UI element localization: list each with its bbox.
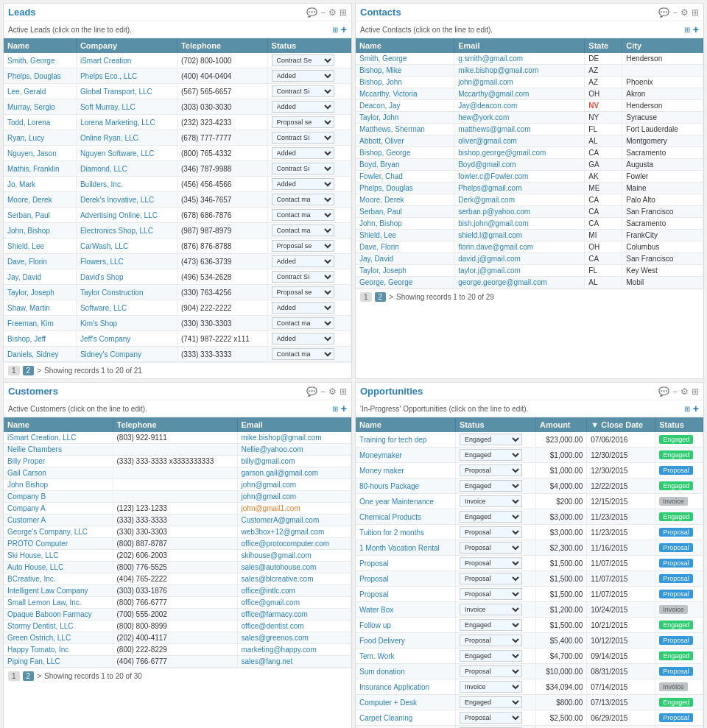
comment-icon[interactable]: 💬 — [306, 386, 317, 397]
opp-name[interactable]: Water Box — [356, 602, 455, 618]
customer-name[interactable]: Stormy Dentist, LLC — [4, 621, 113, 632]
add-customer-icon[interactable]: + — [341, 403, 347, 414]
comment-icon[interactable]: 💬 — [658, 7, 669, 18]
opp-status-select-cell[interactable]: Engaged — [455, 432, 535, 448]
customer-name[interactable]: Happy Tomato, Inc — [4, 644, 113, 656]
lead-name[interactable]: Nguyen, Jason — [4, 146, 76, 161]
table-row[interactable]: Sum donation Proposal $10,000.00 08/31/2… — [356, 664, 703, 679]
table-row[interactable]: Tem. Work Engaged $4,700.00 09/14/2015 E… — [356, 649, 703, 664]
opp-status-select-cell[interactable]: Invoice — [455, 494, 535, 509]
customers-page-1[interactable]: 1 — [8, 671, 20, 681]
opp-name[interactable]: Food Delivery — [356, 633, 455, 649]
comment-icon[interactable]: 💬 — [306, 7, 317, 18]
lead-name[interactable]: Bishop, Jeff — [4, 331, 76, 347]
lead-company[interactable]: Nguyen Software, LLC — [76, 146, 177, 161]
contacts-next-icon[interactable]: > — [389, 293, 393, 301]
customer-email[interactable]: office@intlc.com — [237, 585, 351, 597]
table-row[interactable]: Serban, Paul serban.p@yahoo.com CA San F… — [356, 206, 703, 218]
lead-company[interactable]: Global Transport, LLC — [76, 84, 177, 99]
table-row[interactable]: Fowler, Chad fowler.c@Fowler.com AK Fowl… — [356, 171, 703, 183]
customers-page-2[interactable]: 2 — [23, 671, 35, 681]
opp-status-select-cell[interactable]: Engaged — [455, 726, 535, 729]
opp-name[interactable]: Proposal — [356, 556, 455, 571]
opp-status-select-cell[interactable]: Proposal — [455, 664, 535, 679]
lead-status[interactable]: Proposal se — [267, 115, 351, 130]
leads-page-1[interactable]: 1 — [8, 366, 20, 375]
customer-name[interactable]: Company B — [4, 491, 113, 503]
lead-status-select[interactable]: Contact ma — [272, 209, 334, 221]
table-row[interactable]: Insurance Application Invoice $34,094.00… — [356, 679, 703, 695]
table-row[interactable]: Bishop, George bishop.george@gmail.com C… — [356, 147, 703, 159]
table-row[interactable]: One year Maintenance Invoice $200.00 12/… — [356, 494, 703, 509]
opp-status-select[interactable]: Engaged — [460, 480, 522, 492]
contact-email[interactable]: serban.p@yahoo.com — [454, 206, 585, 218]
lead-name[interactable]: Taylor, Joseph — [4, 285, 76, 300]
customer-email[interactable]: Nellie@yahoo.com — [237, 444, 351, 456]
customer-name[interactable]: John Bishop — [4, 479, 113, 491]
lead-status-select[interactable]: Contact ma — [272, 317, 334, 329]
table-row[interactable]: Bishop, Mike mike.bishop@gmail.com AZ — [356, 65, 703, 77]
table-row[interactable]: Money maker Proposal $1,000.00 12/30/201… — [356, 463, 703, 478]
lead-status-select[interactable]: Added — [272, 178, 334, 190]
contact-email[interactable]: Derk@gmail.com — [454, 194, 585, 206]
opp-status-select-cell[interactable]: Proposal — [455, 463, 535, 478]
add-contact-icon[interactable]: + — [693, 24, 699, 35]
lead-status-select[interactable]: Contract Si — [272, 132, 334, 144]
opp-status-select[interactable]: Proposal — [460, 712, 522, 724]
lead-company[interactable]: Builders, Inc. — [76, 177, 177, 192]
lead-status[interactable]: Contract Si — [267, 84, 351, 99]
contact-email[interactable]: Jay@deacon.com — [454, 100, 585, 112]
opp-name[interactable]: Follow up — [356, 618, 455, 633]
customer-email[interactable]: marketing@happy.com — [237, 644, 351, 656]
grid-icon[interactable]: ⊞ — [332, 26, 338, 34]
opp-status-select[interactable]: Proposal — [460, 557, 522, 569]
lead-status-select[interactable]: Proposal se — [272, 240, 334, 252]
lead-name[interactable]: Todd, Lorena — [4, 115, 76, 130]
table-row[interactable]: Stormy Dentist, LLC (800) 800-8999 offic… — [4, 621, 351, 632]
customer-name[interactable]: Customer A — [4, 515, 113, 526]
table-row[interactable]: John, Bishop Electronics Shop, LLC (987)… — [4, 223, 351, 238]
customer-name[interactable]: Nellie Chambers — [4, 444, 113, 456]
lead-status-select[interactable]: Contract Se — [272, 54, 334, 66]
contact-email[interactable]: florin.dave@gmail.com — [454, 241, 585, 253]
table-row[interactable]: Smith, George iSmart Creation (702) 800-… — [4, 53, 351, 68]
lead-name[interactable]: Moore, Derek — [4, 192, 76, 208]
customer-name[interactable]: PROTO Computer — [4, 538, 113, 550]
customer-email[interactable]: sales@fang.net — [237, 656, 351, 668]
table-row[interactable]: Serban, Paul Advertising Online, LLC (67… — [4, 208, 351, 223]
opp-status-select-cell[interactable]: Engaged — [455, 695, 535, 710]
table-row[interactable]: Abbott, Oliver oliver@gmail.com AL Montg… — [356, 135, 703, 147]
lead-status-select[interactable]: Added — [272, 147, 334, 159]
customer-name[interactable]: Company A — [4, 503, 113, 515]
contact-name[interactable]: Abbott, Oliver — [356, 135, 454, 147]
lead-company[interactable]: Software, LLC — [76, 300, 177, 316]
table-row[interactable]: Company A (123) 123-1233 john@gmail1.com — [4, 503, 351, 515]
customer-name[interactable]: Piping Fan, LLC — [4, 656, 113, 668]
customer-name[interactable]: Billy Proper — [4, 456, 113, 467]
lead-status-select[interactable]: Contact ma — [272, 225, 334, 236]
contact-name[interactable]: Shield, Lee — [356, 230, 454, 241]
lead-status-select[interactable]: Contract Si — [272, 271, 334, 283]
opp-status-select[interactable]: Proposal — [460, 526, 522, 538]
lead-status-select[interactable]: Added — [272, 333, 334, 344]
opp-status-select[interactable]: Proposal — [460, 665, 522, 677]
opp-name[interactable]: Carpet Cleaning — [356, 710, 455, 726]
customer-email[interactable]: skihouse@gmail.com — [237, 550, 351, 562]
contact-name[interactable]: Matthews, Sherman — [356, 124, 454, 135]
contact-name[interactable]: Dave, Florin — [356, 241, 454, 253]
lead-status[interactable]: Added — [267, 254, 351, 269]
opp-name[interactable]: Proposal — [356, 571, 455, 587]
customer-name[interactable]: Ski House, LLC — [4, 550, 113, 562]
customer-email[interactable]: office@protocomputer.com — [237, 538, 351, 550]
minus-icon[interactable]: − — [672, 7, 678, 18]
lead-name[interactable]: Serban, Paul — [4, 208, 76, 223]
settings-icon[interactable]: ⚙ — [680, 7, 689, 18]
opp-status-select[interactable]: Engaged — [460, 696, 522, 708]
opp-name[interactable]: Money maker — [356, 463, 455, 478]
opp-status-select-cell[interactable]: Proposal — [455, 556, 535, 571]
table-row[interactable]: 1 Month Vacation Rental Proposal $2,300.… — [356, 540, 703, 556]
lead-status[interactable]: Contract Si — [267, 161, 351, 177]
opp-status-select-cell[interactable]: Proposal — [455, 710, 535, 726]
opp-status-select[interactable]: Engaged — [460, 619, 522, 631]
table-row[interactable]: Gail Carson garson.gail@gmail.com — [4, 467, 351, 479]
